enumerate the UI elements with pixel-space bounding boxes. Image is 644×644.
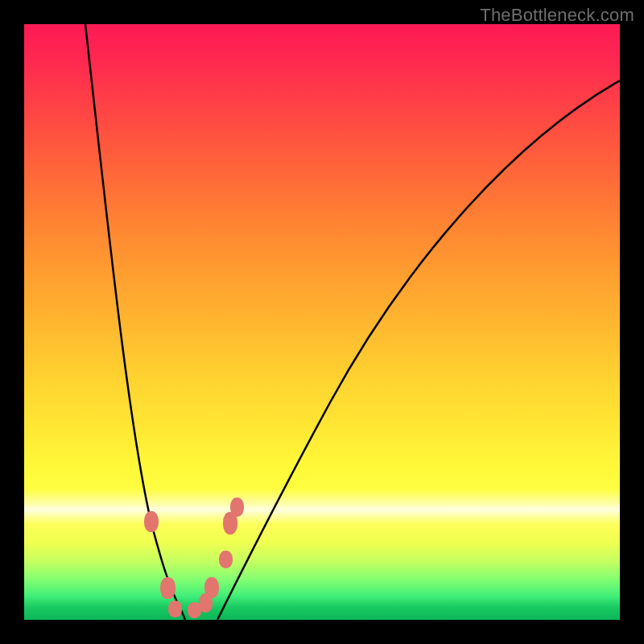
watermark-text: TheBottleneck.com — [480, 5, 634, 26]
chart-frame — [24, 24, 620, 620]
chart-background-gradient — [24, 24, 620, 620]
